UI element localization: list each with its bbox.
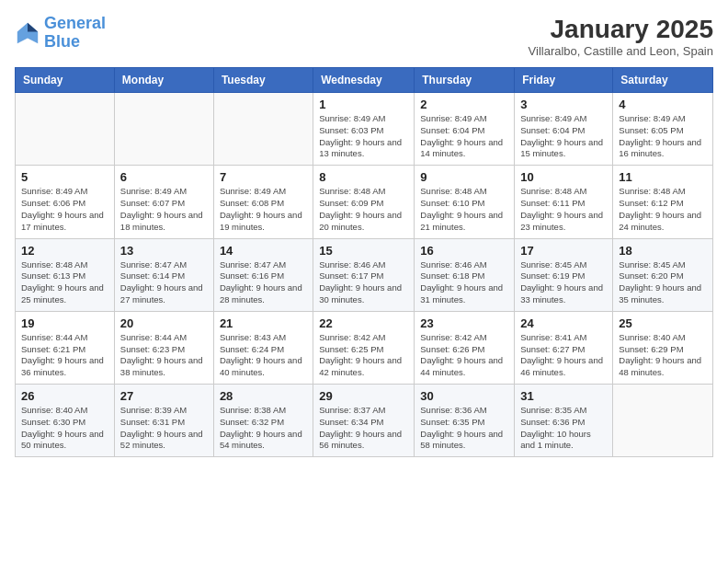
weekday-header-thursday: Thursday — [415, 68, 515, 93]
day-number: 28 — [220, 389, 307, 403]
day-detail: Sunrise: 8:39 AM Sunset: 6:31 PM Dayligh… — [120, 405, 208, 452]
day-number: 12 — [21, 244, 108, 258]
day-detail: Sunrise: 8:45 AM Sunset: 6:20 PM Dayligh… — [619, 259, 707, 306]
day-detail: Sunrise: 8:49 AM Sunset: 6:06 PM Dayligh… — [21, 186, 108, 233]
day-number: 15 — [319, 244, 408, 258]
day-number: 25 — [619, 316, 707, 330]
day-detail: Sunrise: 8:46 AM Sunset: 6:17 PM Dayligh… — [319, 259, 408, 306]
day-number: 1 — [319, 98, 408, 111]
calendar-cell: 12Sunrise: 8:48 AM Sunset: 6:13 PM Dayli… — [16, 238, 115, 311]
day-number: 23 — [420, 316, 508, 330]
day-detail: Sunrise: 8:42 AM Sunset: 6:25 PM Dayligh… — [319, 332, 408, 379]
day-number: 26 — [21, 389, 108, 403]
day-number: 10 — [520, 170, 607, 184]
day-detail: Sunrise: 8:35 AM Sunset: 6:36 PM Dayligh… — [520, 405, 607, 452]
day-number: 27 — [120, 389, 208, 403]
calendar-cell — [613, 385, 713, 457]
calendar-cell: 29Sunrise: 8:37 AM Sunset: 6:34 PM Dayli… — [313, 385, 415, 457]
calendar-cell: 22Sunrise: 8:42 AM Sunset: 6:25 PM Dayli… — [313, 311, 415, 384]
day-number: 2 — [420, 98, 508, 111]
day-detail: Sunrise: 8:46 AM Sunset: 6:18 PM Dayligh… — [420, 259, 508, 306]
weekday-header-sunday: Sunday — [16, 68, 115, 93]
day-detail: Sunrise: 8:43 AM Sunset: 6:24 PM Dayligh… — [220, 332, 307, 379]
day-detail: Sunrise: 8:40 AM Sunset: 6:30 PM Dayligh… — [21, 405, 108, 452]
day-detail: Sunrise: 8:44 AM Sunset: 6:21 PM Dayligh… — [21, 332, 108, 379]
calendar-cell: 2Sunrise: 8:49 AM Sunset: 6:04 PM Daylig… — [415, 93, 515, 166]
day-number: 9 — [420, 170, 508, 184]
month-title: January 2025 — [529, 15, 713, 44]
day-number: 21 — [220, 316, 307, 330]
day-detail: Sunrise: 8:48 AM Sunset: 6:12 PM Dayligh… — [619, 186, 707, 233]
day-number: 14 — [220, 244, 307, 258]
day-number: 20 — [120, 316, 208, 330]
calendar-cell: 25Sunrise: 8:40 AM Sunset: 6:29 PM Dayli… — [613, 311, 713, 384]
day-number: 19 — [21, 316, 108, 330]
day-detail: Sunrise: 8:48 AM Sunset: 6:13 PM Dayligh… — [21, 259, 108, 306]
day-number: 5 — [21, 170, 108, 184]
logo-text: General Blue — [44, 15, 106, 52]
day-detail: Sunrise: 8:49 AM Sunset: 6:05 PM Dayligh… — [619, 113, 707, 160]
weekday-header-tuesday: Tuesday — [213, 68, 313, 93]
calendar-cell: 8Sunrise: 8:48 AM Sunset: 6:09 PM Daylig… — [313, 166, 415, 238]
calendar-cell: 3Sunrise: 8:49 AM Sunset: 6:04 PM Daylig… — [515, 93, 613, 166]
day-detail: Sunrise: 8:49 AM Sunset: 6:03 PM Dayligh… — [319, 113, 408, 160]
day-detail: Sunrise: 8:36 AM Sunset: 6:35 PM Dayligh… — [420, 405, 508, 452]
calendar-cell: 21Sunrise: 8:43 AM Sunset: 6:24 PM Dayli… — [213, 311, 313, 384]
day-number: 18 — [619, 244, 707, 258]
calendar-cell: 5Sunrise: 8:49 AM Sunset: 6:06 PM Daylig… — [16, 166, 115, 238]
calendar-cell: 17Sunrise: 8:45 AM Sunset: 6:19 PM Dayli… — [515, 238, 613, 311]
calendar-cell: 24Sunrise: 8:41 AM Sunset: 6:27 PM Dayli… — [515, 311, 613, 384]
page-header: General Blue January 2025 Villaralbo, Ca… — [15, 15, 713, 58]
calendar-cell: 18Sunrise: 8:45 AM Sunset: 6:20 PM Dayli… — [613, 238, 713, 311]
day-number: 30 — [420, 389, 508, 403]
calendar-cell: 1Sunrise: 8:49 AM Sunset: 6:03 PM Daylig… — [313, 93, 415, 166]
calendar-cell: 28Sunrise: 8:38 AM Sunset: 6:32 PM Dayli… — [213, 385, 313, 457]
weekday-header-saturday: Saturday — [613, 68, 713, 93]
day-number: 17 — [520, 244, 607, 258]
day-detail: Sunrise: 8:47 AM Sunset: 6:16 PM Dayligh… — [220, 259, 307, 306]
svg-marker-1 — [28, 23, 38, 32]
title-block: January 2025 Villaralbo, Castille and Le… — [529, 15, 713, 58]
calendar-table: SundayMondayTuesdayWednesdayThursdayFrid… — [15, 67, 713, 457]
calendar-cell: 19Sunrise: 8:44 AM Sunset: 6:21 PM Dayli… — [16, 311, 115, 384]
calendar-cell — [16, 93, 115, 166]
day-number: 24 — [520, 316, 607, 330]
weekday-header-friday: Friday — [515, 68, 613, 93]
day-detail: Sunrise: 8:48 AM Sunset: 6:10 PM Dayligh… — [420, 186, 508, 233]
day-number: 22 — [319, 316, 408, 330]
day-detail: Sunrise: 8:38 AM Sunset: 6:32 PM Dayligh… — [220, 405, 307, 452]
calendar-cell: 27Sunrise: 8:39 AM Sunset: 6:31 PM Dayli… — [114, 385, 213, 457]
calendar-cell — [114, 93, 213, 166]
logo: General Blue — [15, 15, 106, 52]
calendar-cell: 6Sunrise: 8:49 AM Sunset: 6:07 PM Daylig… — [114, 166, 213, 238]
calendar-cell: 10Sunrise: 8:48 AM Sunset: 6:11 PM Dayli… — [515, 166, 613, 238]
calendar-cell: 15Sunrise: 8:46 AM Sunset: 6:17 PM Dayli… — [313, 238, 415, 311]
day-number: 7 — [220, 170, 307, 184]
day-detail: Sunrise: 8:40 AM Sunset: 6:29 PM Dayligh… — [619, 332, 707, 379]
weekday-header-monday: Monday — [114, 68, 213, 93]
day-detail: Sunrise: 8:45 AM Sunset: 6:19 PM Dayligh… — [520, 259, 607, 306]
day-detail: Sunrise: 8:37 AM Sunset: 6:34 PM Dayligh… — [319, 405, 408, 452]
day-number: 31 — [520, 389, 607, 403]
day-number: 6 — [120, 170, 208, 184]
day-detail: Sunrise: 8:48 AM Sunset: 6:09 PM Dayligh… — [319, 186, 408, 233]
day-detail: Sunrise: 8:49 AM Sunset: 6:07 PM Dayligh… — [120, 186, 208, 233]
calendar-cell: 14Sunrise: 8:47 AM Sunset: 6:16 PM Dayli… — [213, 238, 313, 311]
calendar-cell: 13Sunrise: 8:47 AM Sunset: 6:14 PM Dayli… — [114, 238, 213, 311]
calendar-cell: 23Sunrise: 8:42 AM Sunset: 6:26 PM Dayli… — [415, 311, 515, 384]
day-number: 13 — [120, 244, 208, 258]
day-detail: Sunrise: 8:44 AM Sunset: 6:23 PM Dayligh… — [120, 332, 208, 379]
day-number: 29 — [319, 389, 408, 403]
calendar-cell: 31Sunrise: 8:35 AM Sunset: 6:36 PM Dayli… — [515, 385, 613, 457]
day-detail: Sunrise: 8:41 AM Sunset: 6:27 PM Dayligh… — [520, 332, 607, 379]
day-detail: Sunrise: 8:49 AM Sunset: 6:04 PM Dayligh… — [420, 113, 508, 160]
day-number: 8 — [319, 170, 408, 184]
calendar-cell — [213, 93, 313, 166]
logo-icon — [15, 20, 40, 46]
day-number: 3 — [520, 98, 607, 111]
location: Villaralbo, Castille and Leon, Spain — [529, 44, 713, 58]
day-detail: Sunrise: 8:48 AM Sunset: 6:11 PM Dayligh… — [520, 186, 607, 233]
day-number: 16 — [420, 244, 508, 258]
calendar-cell: 4Sunrise: 8:49 AM Sunset: 6:05 PM Daylig… — [613, 93, 713, 166]
day-detail: Sunrise: 8:47 AM Sunset: 6:14 PM Dayligh… — [120, 259, 208, 306]
